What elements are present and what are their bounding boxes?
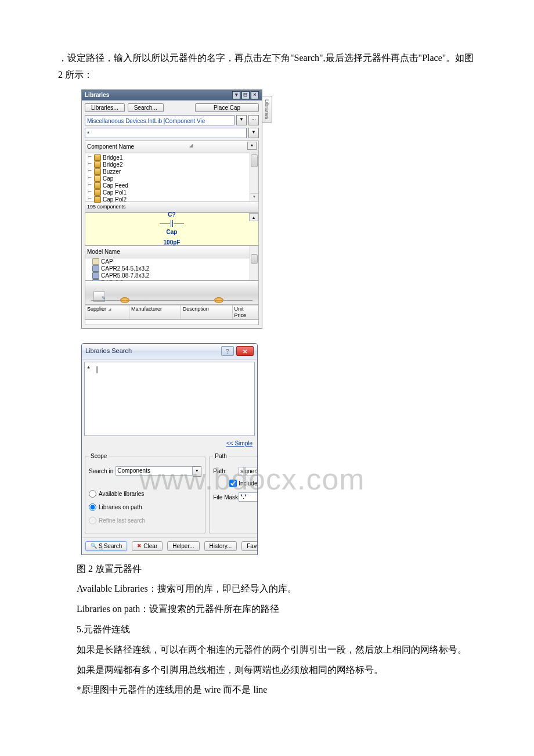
searchin-select[interactable]: [116, 466, 193, 476]
include-subdirectories-checkbox[interactable]: [229, 480, 237, 487]
helper-button[interactable]: Helper...: [167, 541, 199, 551]
path-fieldset: Path Path: 📁 Include Subdirectories File…: [209, 451, 258, 534]
panel-title: Libraries: [85, 90, 109, 100]
simple-mode-link[interactable]: << Simple: [226, 440, 252, 447]
path-legend: Path: [213, 451, 229, 462]
body-text: *原理图中元器件的连线用的是 wire 而不是 line: [58, 682, 476, 699]
search-button[interactable]: 🔍SSearch: [85, 541, 127, 551]
favorites-button[interactable]: Favorites...: [241, 541, 258, 551]
body-text: Libraries on path：设置搜索的元器件所在库的路径: [58, 601, 476, 618]
pin-icon[interactable]: ⊟: [241, 91, 250, 99]
body-text: 如果是两端都有多个引脚用总线相连，则每两端也必须放相同的网络标号。: [58, 662, 476, 679]
sim-icon: [92, 258, 99, 265]
clear-button[interactable]: ✖Clear: [132, 541, 163, 551]
close-icon[interactable]: ✕: [236, 346, 254, 356]
scope-fieldset: Scope Search in ▼ Available libraries Li…: [85, 451, 205, 534]
radio-available-libraries[interactable]: [89, 490, 96, 498]
searchin-label: Search in: [89, 466, 113, 477]
body-text: 5.元器件连线: [58, 621, 476, 638]
panel-titlebar: Libraries ▾ ⊟ ×: [82, 90, 262, 100]
figure-caption: 图 2 放置元器件: [58, 561, 476, 578]
body-text: 如果是长路径连线，可以在两个相连的元器件的两个引脚引出一段，然后放上相同的网络标…: [58, 642, 476, 658]
scroll-up-icon[interactable]: ▴: [247, 142, 257, 150]
close-icon[interactable]: ×: [251, 91, 259, 99]
col-description[interactable]: Description: [181, 305, 233, 319]
model-header[interactable]: Model Name: [87, 247, 120, 257]
search-icon: 🔍: [91, 543, 97, 549]
filemask-input[interactable]: [239, 492, 258, 502]
help-icon[interactable]: ?: [221, 346, 234, 356]
libraries-panel: Libraries Libraries ▾ ⊟ × Libraries... S…: [81, 89, 262, 329]
scope-legend: Scope: [89, 451, 109, 462]
libraries-search-dialog: Libraries Search ? ✕ * | << Simple Scope…: [81, 343, 258, 555]
component-list-header[interactable]: Component Name ◢ ▴: [85, 141, 259, 153]
query-input[interactable]: * |: [84, 362, 255, 436]
filter-input[interactable]: *: [85, 128, 247, 138]
clear-icon: ✖: [137, 543, 142, 549]
filemask-label: File Mask:: [213, 492, 236, 503]
list-item[interactable]: Cap Pol2: [103, 195, 127, 205]
intro-text: ，设定路径，输入所以所以元器件的名字，再点击左下角"Search",最后选择元器…: [58, 50, 476, 84]
dialog-titlebar: Libraries Search ? ✕: [82, 344, 257, 359]
supplier-grid: [85, 320, 259, 325]
preview-designator: C?: [160, 210, 184, 220]
dialog-title: Libraries Search: [85, 345, 132, 357]
minimize-icon[interactable]: ▾: [232, 91, 240, 99]
radio-libraries-on-path[interactable]: [89, 503, 96, 511]
path-input[interactable]: [239, 467, 258, 476]
preview-name: Cap: [160, 227, 184, 237]
filter-dropdown-icon[interactable]: ▼: [248, 128, 259, 138]
model-list: Model Name▴ CAP CAPR2.54-5.1x3.2 CAPR5.0…: [85, 246, 259, 280]
supplier-grid-header[interactable]: Supplier ◢ Manufacturer Description Unit…: [85, 305, 259, 320]
library-select[interactable]: Miscellaneous Devices.IntLib [Component …: [85, 115, 234, 125]
include-subdirectories-label: Include Subdirectories: [239, 478, 258, 489]
path-label: Path:: [213, 466, 236, 477]
dropdown-icon[interactable]: ▼: [193, 466, 201, 477]
libraries-side-tab[interactable]: Libraries: [262, 96, 272, 123]
search-button[interactable]: Search...: [128, 103, 164, 112]
footprint-icon: [92, 265, 99, 272]
col-unit-price[interactable]: Unit Price: [233, 305, 258, 319]
more-button[interactable]: ⋯: [248, 115, 259, 125]
figure-2: Libraries Libraries ▾ ⊟ × Libraries... S…: [81, 89, 476, 555]
history-button[interactable]: History...: [204, 541, 237, 551]
place-button[interactable]: Place Cap: [195, 103, 259, 112]
col-supplier[interactable]: Supplier ◢: [85, 305, 129, 319]
column-component-name: Component Name: [87, 142, 134, 152]
footprint-preview: [85, 280, 259, 305]
model-scrollbar[interactable]: [250, 246, 258, 280]
component-preview: ▴ C? Cap 100pF: [85, 213, 259, 246]
libraries-button[interactable]: Libraries...: [85, 103, 125, 112]
body-text: Available Libraries：搜索可用的库，即已经导入的库。: [58, 581, 476, 597]
footprint-icon: [92, 272, 99, 279]
preview-scroll-up-icon[interactable]: ▴: [249, 213, 258, 221]
component-list[interactable]: ⊢Bridge1 ⊢Bridge2 ⊢Buzzer ⊢Cap ⊢Cap Feed…: [85, 153, 259, 201]
dropdown-icon[interactable]: ▼: [236, 115, 247, 125]
scrollbar[interactable]: ▾: [250, 153, 258, 201]
col-manufacturer[interactable]: Manufacturer: [129, 305, 181, 319]
radio-refine-last: [89, 517, 96, 524]
